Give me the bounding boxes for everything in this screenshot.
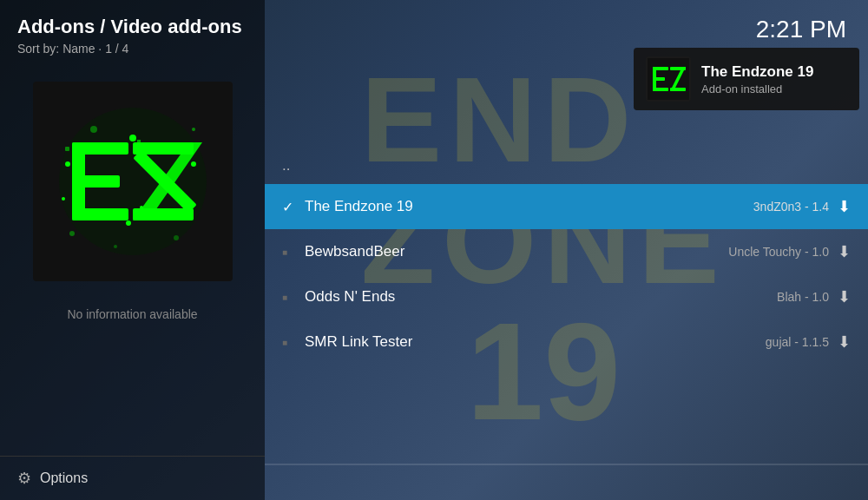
item-meta: 3ndZ0n3 - 1.4 [753, 200, 829, 214]
addon-logo [33, 82, 233, 281]
ez-logo-svg [46, 95, 220, 268]
svg-point-9 [126, 220, 131, 226]
svg-rect-25 [653, 67, 668, 70]
svg-rect-17 [137, 140, 141, 143]
svg-point-6 [65, 161, 70, 167]
item-name: Odds N' Ends [305, 288, 777, 306]
check-icon: ✓ [282, 199, 299, 215]
svg-rect-4 [72, 175, 120, 188]
options-label: Options [40, 470, 88, 486]
toast-icon [646, 56, 691, 102]
bullet-icon: ■ [282, 293, 299, 302]
right-panel: 2:21 PM The Endzone 19 Add-on [265, 0, 868, 500]
download-icon: ⬇ [838, 332, 851, 352]
bullet-icon: ■ [282, 247, 299, 257]
header: Add-ons / Video add-ons Sort by: Name · … [0, 0, 265, 64]
options-bar[interactable]: ⚙ Options [0, 456, 265, 500]
item-name: The Endzone 19 [305, 198, 753, 215]
download-icon: ⬇ [838, 242, 851, 261]
toast-subtitle: Add-on installed [701, 82, 813, 95]
toast-title: The Endzone 19 [701, 63, 813, 81]
no-info-text: No information available [0, 307, 265, 321]
toast-ez-logo [648, 58, 689, 100]
parent-nav-label: .. [282, 157, 290, 174]
toast-text: The Endzone 19 Add-on installed [701, 63, 813, 95]
list-item[interactable]: ■ SMR Link Tester gujal - 1.1.5 ⬇ [265, 319, 868, 365]
svg-rect-30 [670, 88, 686, 91]
left-panel: Add-ons / Video add-ons Sort by: Name · … [0, 0, 265, 500]
svg-rect-10 [65, 147, 69, 151]
item-name: BewbsandBeer [305, 243, 728, 260]
svg-rect-5 [72, 208, 128, 220]
svg-point-20 [192, 128, 195, 131]
svg-rect-27 [653, 88, 668, 91]
list-item[interactable]: ✓ The Endzone 19 3ndZ0n3 - 1.4 ⬇ [265, 184, 868, 229]
addon-list: .. ✓ The Endzone 19 3ndZ0n3 - 1.4 ⬇ ■ Be… [265, 148, 868, 500]
svg-point-22 [114, 245, 117, 248]
item-meta: Uncle Touchy - 1.0 [728, 245, 829, 259]
time-display: 2:21 PM [756, 16, 846, 43]
svg-rect-3 [72, 142, 128, 155]
sort-info: Sort by: Name · 1 / 4 [17, 42, 247, 56]
item-meta: Blah - 1.0 [777, 290, 829, 304]
download-icon: ⬇ [838, 287, 851, 306]
svg-point-8 [129, 135, 136, 141]
list-item[interactable]: ■ Odds N' Ends Blah - 1.0 ⬇ [265, 274, 868, 319]
bullet-icon: ■ [282, 338, 299, 347]
toast-notification: The Endzone 19 Add-on installed [634, 48, 859, 110]
item-meta: gujal - 1.1.5 [766, 335, 829, 349]
download-icon: ⬇ [838, 197, 851, 216]
parent-nav-item[interactable]: .. [265, 148, 868, 184]
svg-rect-26 [653, 77, 665, 81]
breadcrumb: Add-ons / Video add-ons [17, 16, 247, 38]
svg-point-16 [140, 206, 143, 209]
list-item[interactable]: ■ BewbsandBeer Uncle Touchy - 1.0 ⬇ [265, 229, 868, 274]
svg-point-18 [90, 126, 97, 133]
svg-point-7 [62, 197, 65, 201]
svg-point-19 [174, 235, 179, 240]
svg-point-21 [69, 231, 75, 236]
options-icon: ⚙ [17, 469, 31, 488]
item-name: SMR Link Tester [305, 333, 766, 351]
svg-point-15 [191, 161, 196, 167]
